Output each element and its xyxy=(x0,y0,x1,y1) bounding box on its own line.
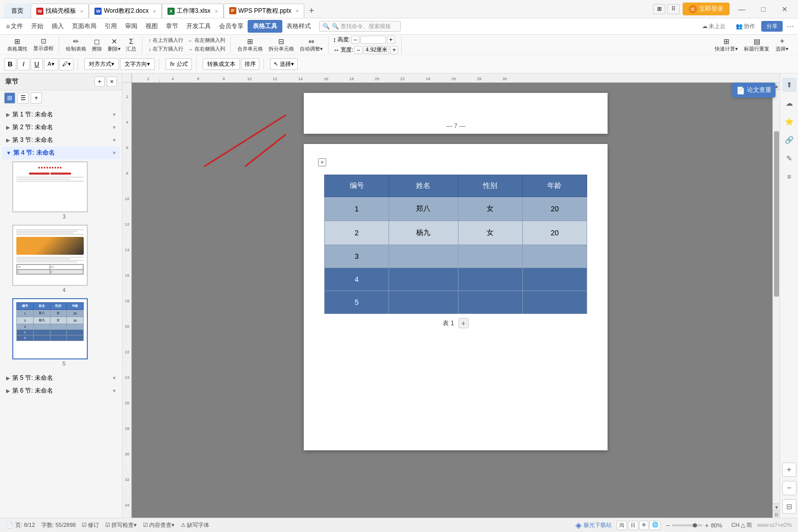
cloud-btn[interactable]: ☁ 未上云 xyxy=(698,21,730,32)
cell-1-gender[interactable]: 女 xyxy=(458,197,522,221)
status-revision[interactable]: ☑ 修订 xyxy=(82,521,99,529)
cell-3-gender[interactable] xyxy=(458,245,522,268)
zoom-decrease-btn[interactable]: − xyxy=(666,521,670,529)
view-mode-4[interactable]: 🌐 xyxy=(649,521,661,530)
chapter-6-item[interactable]: ▶ 第 6 节: 未命名 ▾ xyxy=(2,384,120,397)
collab-btn[interactable]: 👥 协作 xyxy=(732,21,759,32)
cell-3-name[interactable] xyxy=(389,245,458,268)
menu-insert[interactable]: 插入 xyxy=(47,20,68,33)
right-panel-btn-4[interactable]: 🔗 xyxy=(782,133,796,147)
chapter-5-item[interactable]: ▶ 第 5 节: 未命名 ▾ xyxy=(2,372,120,384)
select-btn[interactable]: ↖ 选择▾ xyxy=(270,58,298,70)
page-3-thumb[interactable]: ■ ■ ■ ■ ■ ■ ■ ■ ■ xyxy=(12,161,88,212)
insert-left-btn[interactable]: ← 在左侧插入列 xyxy=(186,36,227,44)
zoom-out-btn[interactable]: − xyxy=(782,481,796,495)
minimize-button[interactable]: — xyxy=(733,2,751,16)
chapter-4-menu[interactable]: ▾ xyxy=(113,150,116,156)
right-panel-btn-6[interactable]: ≡ xyxy=(782,170,796,184)
chapter-6-menu[interactable]: ▾ xyxy=(113,388,116,394)
tab-wps-template[interactable]: W 找稿壳模板 × xyxy=(31,4,89,18)
table-add-handle[interactable]: + xyxy=(318,158,326,166)
draw-table-btn[interactable]: ✏ 绘制表格 xyxy=(63,36,89,54)
tab-home[interactable]: 首页 xyxy=(4,4,31,18)
view-mode-2[interactable]: 目 xyxy=(628,521,638,530)
lunwen-float-btn[interactable]: 📄 论文查重 xyxy=(732,83,776,98)
cell-2-id[interactable]: 2 xyxy=(325,221,389,245)
chapter-3-item[interactable]: ▶ 第 3 节: 未命名 ▾ xyxy=(2,134,120,147)
nav-grid-btn[interactable]: ⊞ xyxy=(4,92,15,104)
font-color-btn[interactable]: A▾ xyxy=(44,58,58,70)
cell-5-name[interactable] xyxy=(389,291,458,314)
menu-reference[interactable]: 引用 xyxy=(101,20,121,33)
cell-3-age[interactable] xyxy=(522,245,587,268)
scroll-expand-btn[interactable]: ⊟ xyxy=(773,511,780,518)
nav-plus-btn[interactable]: + xyxy=(31,92,42,104)
menu-devtools[interactable]: 开发工具 xyxy=(182,20,215,33)
repeat-header-btn[interactable]: ▤ 标题行重复 xyxy=(741,36,772,54)
tab-excel-close[interactable]: × xyxy=(214,8,217,14)
split-cells-btn[interactable]: ⊟ 拆分单元格 xyxy=(266,36,297,54)
sidebar-close-btn[interactable]: × xyxy=(107,77,117,87)
status-page[interactable]: 📄 页: 8/12 xyxy=(6,521,35,529)
sort-btn[interactable]: 排序 xyxy=(241,58,259,70)
share-btn[interactable]: 分享 xyxy=(761,21,783,32)
text-dir-btn[interactable]: 文字方向▾ xyxy=(120,58,155,70)
delete-btn[interactable]: ✕ 删除▾ xyxy=(105,36,123,54)
add-tab-button[interactable]: + xyxy=(304,4,319,18)
width-plus-btn[interactable]: + xyxy=(390,46,398,54)
menu-table-tools[interactable]: 表格工具 xyxy=(248,20,282,33)
erase-btn[interactable]: ◻ 擦除 xyxy=(89,36,105,54)
menu-start[interactable]: 开始 xyxy=(27,20,47,33)
chapter-2-item[interactable]: ▶ 第 2 节: 未命名 ▾ xyxy=(2,121,120,134)
show-frame-btn[interactable]: ⊡ 显示虚框 xyxy=(31,36,56,53)
page-4-thumb[interactable]: col col a b xyxy=(12,225,88,286)
cell-2-name[interactable]: 杨九 xyxy=(389,221,458,245)
quick-calc-btn[interactable]: ⊞ 快速计算▾ xyxy=(712,36,740,54)
status-content[interactable]: ☑ 内容查查▾ xyxy=(143,521,175,529)
vertical-scrollbar[interactable]: ▲ ▼ ⊟ xyxy=(772,83,780,518)
tab-ppt[interactable]: P WPS PPT教程.pptx × xyxy=(224,4,304,18)
menu-review[interactable]: 审阅 xyxy=(121,20,141,33)
cell-1-id[interactable]: 1 xyxy=(325,197,389,221)
lang-btn[interactable]: CH △ 简 xyxy=(731,521,752,529)
tab-excel[interactable]: X 工作簿3.xlsx × xyxy=(162,4,224,18)
zoom-increase-btn[interactable]: + xyxy=(705,521,709,529)
page-5-thumb[interactable]: 编号 姓名 性别 年龄 1 郑八 女 20 xyxy=(12,298,88,359)
view-mode-3[interactable]: ⊕ xyxy=(639,521,648,530)
status-spell[interactable]: ☑ 拼写检查▾ xyxy=(105,521,137,529)
cell-2-gender[interactable]: 女 xyxy=(458,221,522,245)
chapter-5-menu[interactable]: ▾ xyxy=(113,375,116,381)
bold-btn[interactable]: B xyxy=(4,58,16,70)
to-text-btn[interactable]: 转换成文本 xyxy=(203,58,240,70)
summary-btn[interactable]: Σ 汇总 xyxy=(124,36,139,54)
menu-file[interactable]: ≡ 文件 xyxy=(2,20,27,33)
chapter-2-menu[interactable]: ▾ xyxy=(113,124,116,131)
menu-member[interactable]: 会员专享 xyxy=(215,20,248,33)
menu-view[interactable]: 视图 xyxy=(141,20,162,33)
tab-ppt-close[interactable]: × xyxy=(296,8,299,14)
caption-add-button[interactable]: + xyxy=(458,318,469,328)
tab-word[interactable]: W Word教程2.docx × xyxy=(89,4,161,18)
scroll-down-arrow[interactable]: ▼ xyxy=(773,503,780,511)
cell-5-gender[interactable] xyxy=(458,291,522,314)
tab-wps-close[interactable]: × xyxy=(80,8,83,14)
zoom-slider[interactable] xyxy=(672,524,703,526)
chapter-3-menu[interactable]: ▾ xyxy=(113,137,116,143)
right-panel-btn-1[interactable]: ⬆ xyxy=(782,78,796,92)
menu-layout[interactable]: 页面布局 xyxy=(68,20,101,33)
right-panel-btn-3[interactable]: ⭐ xyxy=(782,114,796,129)
height-minus-btn[interactable]: − xyxy=(351,36,359,44)
insert-below-btn[interactable]: ↓ 在下方插入行 xyxy=(147,45,185,53)
merge-cells-btn[interactable]: ⊞ 合并单元格 xyxy=(235,36,265,54)
select-tool-btn[interactable]: ⌖ 选择▾ xyxy=(773,36,791,54)
chapter-1-item[interactable]: ▶ 第 1 节: 未命名 ▾ xyxy=(2,108,120,121)
menu-chapter[interactable]: 章节 xyxy=(162,20,182,33)
cell-2-age[interactable]: 20 xyxy=(522,221,587,245)
cell-4-age[interactable] xyxy=(522,268,587,291)
cell-1-name[interactable]: 郑八 xyxy=(389,197,458,221)
auto-fit-btn[interactable]: ⇔ 自动调整▾ xyxy=(297,36,325,54)
zoom-in-btn[interactable]: + xyxy=(782,463,796,477)
menu-table-style[interactable]: 表格样式 xyxy=(282,20,315,33)
fit-page-btn[interactable]: ⊟ xyxy=(782,499,796,514)
height-input[interactable] xyxy=(360,36,386,44)
